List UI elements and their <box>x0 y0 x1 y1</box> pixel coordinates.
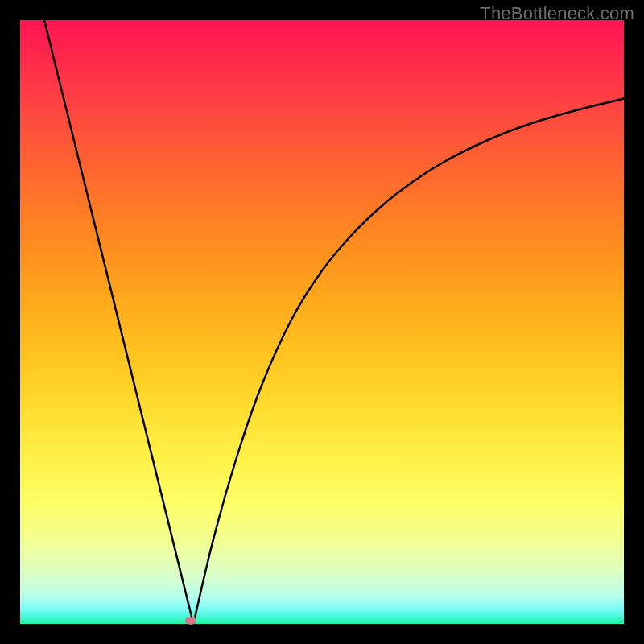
chart-container: TheBottleneck.com <box>0 0 644 644</box>
optimum-marker <box>185 617 196 625</box>
left-branch-line <box>44 20 193 624</box>
watermark-text: TheBottleneck.com <box>480 3 634 24</box>
curve-layer <box>20 20 624 624</box>
right-branch-curve <box>193 99 624 625</box>
plot-area <box>20 20 624 624</box>
